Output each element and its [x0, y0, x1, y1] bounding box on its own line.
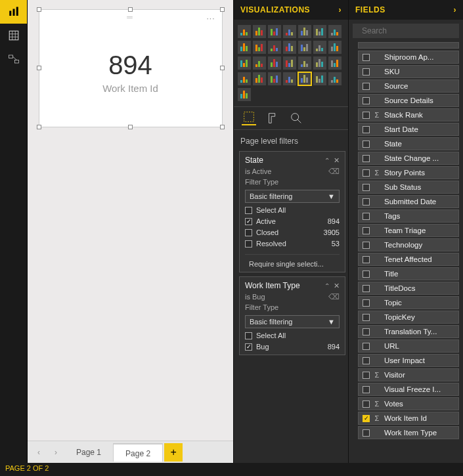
- viz-type-clustered-bar[interactable]: [268, 25, 281, 38]
- checkbox-icon[interactable]: [245, 218, 252, 225]
- viz-type-area[interactable]: [238, 41, 251, 54]
- checkbox-icon[interactable]: [363, 400, 370, 408]
- visualizations-header[interactable]: VISUALIZATIONS ›: [234, 0, 348, 20]
- chevron-right-icon[interactable]: ›: [454, 5, 457, 14]
- clear-filter-icon[interactable]: ⌫: [328, 292, 340, 301]
- field-source[interactable]: Source: [358, 79, 459, 93]
- checkbox-icon[interactable]: [363, 184, 370, 191]
- card-visual[interactable]: ═ ··· 894 Work Item Id: [39, 9, 223, 127]
- fields-search-input[interactable]: [362, 26, 460, 35]
- checkbox-icon[interactable]: [363, 83, 370, 90]
- viz-type-card-multi[interactable]: [238, 72, 251, 85]
- collapse-icon[interactable]: ⌃: [324, 157, 330, 164]
- field-translation-ty-[interactable]: Translation Ty...: [358, 325, 459, 338]
- field-topic[interactable]: Topic: [358, 296, 459, 309]
- fields-header[interactable]: FIELDS ›: [349, 0, 463, 20]
- viz-type-donut[interactable]: [253, 56, 266, 70]
- viz-type-matrix[interactable]: [298, 72, 311, 85]
- checkbox-icon[interactable]: [363, 343, 370, 350]
- checkbox-icon[interactable]: [363, 198, 370, 206]
- fields-search[interactable]: [353, 24, 459, 38]
- viz-type-slicer[interactable]: [268, 72, 281, 85]
- checkbox-icon[interactable]: [245, 343, 252, 351]
- field-start-date[interactable]: Start Date: [358, 123, 459, 136]
- viz-type-funnel[interactable]: [313, 56, 326, 70]
- viz-type-stacked-column[interactable]: [253, 25, 266, 38]
- field-votes[interactable]: ΣVotes: [358, 397, 459, 410]
- field-work-item-id[interactable]: ΣWork Item Id: [358, 412, 459, 425]
- field-state-change-[interactable]: State Change ...: [358, 152, 459, 165]
- add-page-button[interactable]: +: [164, 443, 183, 462]
- field-work-item-type[interactable]: Work Item Type: [358, 426, 459, 439]
- next-page-icon[interactable]: ›: [47, 444, 64, 461]
- checkbox-icon[interactable]: [363, 54, 370, 61]
- filter-option[interactable]: Select All: [245, 206, 340, 214]
- page-tab-2[interactable]: Page 2: [113, 443, 163, 462]
- filter-type-dropdown[interactable]: Basic filtering▼: [245, 315, 340, 328]
- model-view-button[interactable]: [0, 47, 27, 71]
- viz-type-line-clustered-column[interactable]: [283, 41, 296, 54]
- field-titledocs[interactable]: TitleDocs: [358, 282, 459, 295]
- field-tenet-affected[interactable]: Tenet Affected: [358, 253, 459, 266]
- field-stack-rank[interactable]: ΣStack Rank: [358, 108, 459, 121]
- viz-type-table[interactable]: [283, 72, 296, 85]
- field-team-triage[interactable]: Team Triage: [358, 224, 459, 237]
- filter-option[interactable]: Resolved53: [245, 240, 340, 248]
- fields-well-tab[interactable]: [242, 111, 256, 125]
- viz-type-ribbon[interactable]: [298, 41, 311, 54]
- field-submitted-date[interactable]: Submitted Date: [358, 195, 459, 208]
- filter-option[interactable]: Closed3905: [245, 228, 340, 236]
- viz-type-line[interactable]: [328, 25, 342, 38]
- filter-option[interactable]: Active894: [245, 217, 340, 225]
- field-shiproom-ap-[interactable]: Shiproom Ap...: [358, 51, 459, 64]
- viz-type-stacked-bar[interactable]: [238, 25, 251, 38]
- checkbox-icon[interactable]: [363, 415, 370, 422]
- field-user-impact[interactable]: User Impact: [358, 354, 459, 367]
- checkbox-icon[interactable]: [363, 126, 370, 133]
- checkbox-icon[interactable]: [363, 169, 370, 177]
- checkbox-icon[interactable]: [363, 155, 370, 162]
- viz-type-gauge[interactable]: [328, 56, 342, 70]
- analytics-tab[interactable]: [289, 111, 303, 125]
- checkbox-icon[interactable]: [363, 285, 370, 292]
- field-sku[interactable]: SKU: [358, 65, 459, 78]
- filter-option[interactable]: Select All: [245, 332, 340, 339]
- field-source-details[interactable]: Source Details: [358, 94, 459, 107]
- viz-type-stacked-area[interactable]: [253, 41, 266, 54]
- viz-type-clustered-column[interactable]: [283, 25, 296, 38]
- data-view-button[interactable]: [0, 24, 27, 47]
- viz-type-kpi[interactable]: [253, 72, 266, 85]
- visual-options-icon[interactable]: ···: [206, 14, 215, 23]
- checkbox-icon[interactable]: [363, 68, 370, 76]
- clear-filter-icon[interactable]: ⌫: [328, 167, 340, 176]
- checkbox-icon[interactable]: [245, 240, 252, 248]
- format-tab[interactable]: [265, 111, 280, 125]
- viz-type-filled-map[interactable]: [298, 56, 311, 70]
- fields-list[interactable]: Shiproom Ap...SKUSourceSource DetailsΣSt…: [349, 42, 463, 463]
- chevron-right-icon[interactable]: ›: [339, 5, 342, 14]
- checkbox-icon[interactable]: [363, 97, 370, 104]
- checkbox-icon[interactable]: [363, 314, 370, 321]
- field-technology[interactable]: Technology: [358, 238, 459, 251]
- field-sub-status[interactable]: Sub Status: [358, 181, 459, 194]
- filter-option[interactable]: Bug894: [245, 343, 340, 351]
- checkbox-icon[interactable]: [363, 227, 370, 234]
- collapse-icon[interactable]: ⌃: [324, 282, 330, 290]
- page-tab-1[interactable]: Page 1: [64, 443, 113, 462]
- checkbox-icon[interactable]: [363, 256, 370, 263]
- checkbox-icon[interactable]: [363, 299, 370, 307]
- field-state[interactable]: State: [358, 137, 459, 150]
- remove-filter-icon[interactable]: ✕: [334, 282, 340, 290]
- viz-type-r-visual[interactable]: [313, 72, 326, 85]
- checkbox-icon[interactable]: [363, 357, 370, 364]
- checkbox-icon[interactable]: [245, 207, 252, 214]
- checkbox-icon[interactable]: [363, 242, 370, 249]
- field-topickey[interactable]: TopicKey: [358, 311, 459, 324]
- viz-type-map[interactable]: [283, 56, 296, 70]
- field-visitor[interactable]: ΣVisitor: [358, 368, 459, 381]
- checkbox-icon[interactable]: [363, 270, 370, 278]
- checkbox-icon[interactable]: [363, 141, 370, 148]
- checkbox-icon[interactable]: [363, 429, 370, 437]
- checkbox-icon[interactable]: [245, 332, 252, 339]
- checkbox-icon[interactable]: [245, 229, 252, 236]
